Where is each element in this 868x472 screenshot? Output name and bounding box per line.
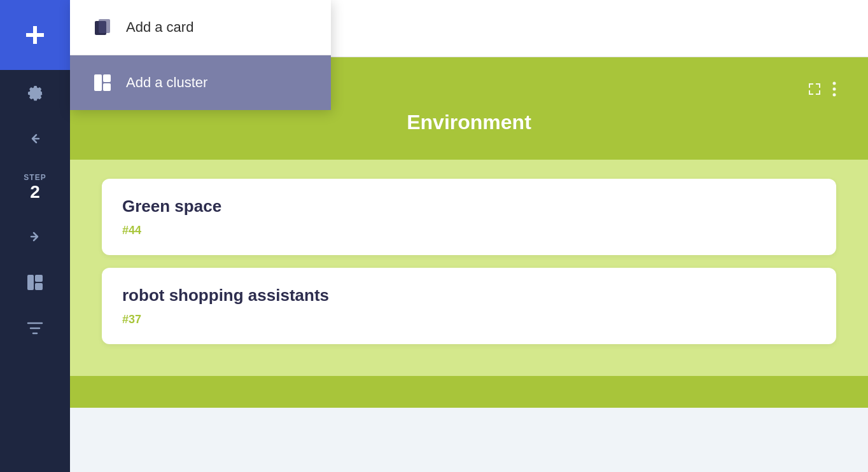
svg-rect-4 <box>94 74 102 91</box>
add-card-menu-item[interactable]: Add a card <box>70 0 331 55</box>
forward-button[interactable] <box>0 214 70 260</box>
step-indicator: STEP 2 <box>24 162 46 214</box>
svg-point-12 <box>833 82 836 85</box>
add-card-label: Add a card <box>126 19 193 36</box>
add-dropdown-menu: Add a card Add a cluster <box>70 0 331 110</box>
filter-button[interactable] <box>0 305 70 351</box>
cluster-icon <box>93 73 112 92</box>
svg-rect-9 <box>35 283 43 290</box>
settings-button[interactable] <box>0 70 70 116</box>
svg-rect-3 <box>99 19 110 33</box>
card-green-space-id: #44 <box>122 224 816 237</box>
grid-view-button[interactable] <box>0 260 70 305</box>
svg-rect-1 <box>26 33 44 37</box>
card-robot-shopping[interactable]: robot shopping assistants #37 <box>102 268 836 344</box>
more-options-icon[interactable] <box>832 81 836 97</box>
content-area: 37 Environment Green space <box>70 57 868 472</box>
grid-icon <box>26 274 44 291</box>
svg-point-14 <box>833 94 836 97</box>
svg-rect-6 <box>103 83 111 91</box>
card-icon <box>93 18 112 37</box>
card-green-space[interactable]: Green space #44 <box>102 179 836 255</box>
step-number: 2 <box>30 182 40 202</box>
settings-icon <box>26 84 44 102</box>
cluster-actions <box>807 81 836 97</box>
cluster-light-area: Green space #44 robot shopping assistant… <box>70 160 868 376</box>
back-button[interactable] <box>0 116 70 162</box>
svg-point-13 <box>833 88 836 91</box>
sidebar: Add a card Add a cluster STEP 2 <box>0 0 70 472</box>
card-green-space-title: Green space <box>122 197 816 216</box>
forward-arrow-icon <box>26 228 44 246</box>
svg-rect-7 <box>27 275 34 290</box>
filter-icon <box>26 319 44 337</box>
add-cluster-label: Add a cluster <box>126 74 207 91</box>
back-arrow-icon <box>26 130 44 148</box>
card-robot-id: #37 <box>122 313 816 326</box>
plus-icon <box>24 24 46 46</box>
step-label: STEP <box>24 173 46 182</box>
expand-icon[interactable] <box>807 81 822 97</box>
card-robot-title: robot shopping assistants <box>122 286 816 305</box>
svg-rect-5 <box>103 74 111 82</box>
cluster-title: Environment <box>102 111 836 134</box>
svg-rect-8 <box>35 275 43 282</box>
add-button[interactable] <box>0 0 70 70</box>
add-cluster-menu-item[interactable]: Add a cluster <box>70 55 331 110</box>
